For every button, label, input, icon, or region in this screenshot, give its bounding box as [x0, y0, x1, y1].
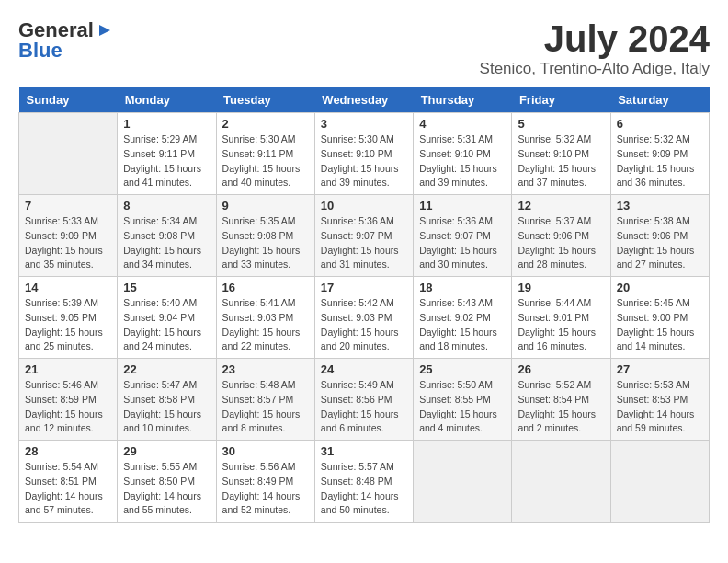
- day-number: 23: [222, 362, 309, 376]
- day-number: 2: [222, 117, 309, 131]
- day-cell: 25Sunrise: 5:50 AMSunset: 8:55 PMDayligh…: [414, 359, 512, 441]
- day-info: Sunrise: 5:57 AMSunset: 8:48 PMDaylight:…: [321, 460, 407, 518]
- day-info: Sunrise: 5:39 AMSunset: 9:05 PMDaylight:…: [25, 296, 111, 354]
- day-cell: 3Sunrise: 5:30 AMSunset: 9:10 PMDaylight…: [314, 113, 413, 195]
- day-cell: 9Sunrise: 5:35 AMSunset: 9:08 PMDaylight…: [216, 195, 314, 277]
- location-title: Stenico, Trentino-Alto Adige, Italy: [480, 60, 710, 78]
- day-number: 29: [123, 444, 210, 458]
- title-area: July 2024 Stenico, Trentino-Alto Adige, …: [480, 18, 710, 78]
- calendar-body: 1Sunrise: 5:29 AMSunset: 9:11 PMDaylight…: [19, 113, 710, 523]
- day-info: Sunrise: 5:54 AMSunset: 8:51 PMDaylight:…: [25, 460, 111, 518]
- week-row-5: 28Sunrise: 5:54 AMSunset: 8:51 PMDayligh…: [19, 441, 710, 523]
- day-cell: 19Sunrise: 5:44 AMSunset: 9:01 PMDayligh…: [512, 277, 610, 359]
- day-info: Sunrise: 5:32 AMSunset: 9:09 PMDaylight:…: [617, 132, 703, 190]
- day-cell: 14Sunrise: 5:39 AMSunset: 9:05 PMDayligh…: [19, 277, 118, 359]
- day-info: Sunrise: 5:46 AMSunset: 8:59 PMDaylight:…: [25, 378, 111, 436]
- day-cell: 6Sunrise: 5:32 AMSunset: 9:09 PMDaylight…: [610, 113, 709, 195]
- day-info: Sunrise: 5:35 AMSunset: 9:08 PMDaylight:…: [222, 214, 309, 272]
- month-title: July 2024: [480, 18, 710, 60]
- day-cell: [414, 441, 512, 523]
- day-number: 16: [222, 281, 309, 294]
- day-cell: [512, 441, 610, 523]
- day-info: Sunrise: 5:38 AMSunset: 9:06 PMDaylight:…: [617, 214, 703, 272]
- day-info: Sunrise: 5:29 AMSunset: 9:11 PMDaylight:…: [123, 132, 210, 190]
- day-info: Sunrise: 5:52 AMSunset: 8:54 PMDaylight:…: [518, 378, 604, 436]
- header-cell-tuesday: Tuesday: [216, 87, 314, 113]
- day-info: Sunrise: 5:37 AMSunset: 9:06 PMDaylight:…: [518, 214, 604, 272]
- day-cell: 20Sunrise: 5:45 AMSunset: 9:00 PMDayligh…: [610, 277, 709, 359]
- calendar-table: SundayMondayTuesdayWednesdayThursdayFrid…: [18, 87, 710, 523]
- day-number: 25: [419, 362, 506, 376]
- header-cell-saturday: Saturday: [610, 87, 709, 113]
- day-cell: 26Sunrise: 5:52 AMSunset: 8:54 PMDayligh…: [512, 359, 610, 441]
- day-info: Sunrise: 5:33 AMSunset: 9:09 PMDaylight:…: [25, 214, 111, 272]
- day-cell: [19, 113, 118, 195]
- day-number: 3: [321, 117, 407, 131]
- day-info: Sunrise: 5:30 AMSunset: 9:11 PMDaylight:…: [222, 132, 309, 190]
- header-cell-friday: Friday: [512, 87, 610, 113]
- day-info: Sunrise: 5:48 AMSunset: 8:57 PMDaylight:…: [222, 378, 309, 436]
- day-cell: 11Sunrise: 5:36 AMSunset: 9:07 PMDayligh…: [414, 195, 512, 277]
- day-cell: 16Sunrise: 5:41 AMSunset: 9:03 PMDayligh…: [216, 277, 314, 359]
- day-cell: 22Sunrise: 5:47 AMSunset: 8:58 PMDayligh…: [118, 359, 216, 441]
- day-cell: 12Sunrise: 5:37 AMSunset: 9:06 PMDayligh…: [512, 195, 610, 277]
- day-number: 8: [123, 199, 210, 213]
- day-number: 22: [123, 362, 210, 376]
- day-number: 30: [222, 444, 309, 458]
- day-number: 27: [617, 362, 703, 376]
- day-cell: 31Sunrise: 5:57 AMSunset: 8:48 PMDayligh…: [314, 441, 413, 523]
- header-cell-wednesday: Wednesday: [314, 87, 413, 113]
- header: General Blue July 2024 Stenico, Trentino…: [18, 18, 710, 78]
- header-cell-monday: Monday: [118, 87, 216, 113]
- day-info: Sunrise: 5:53 AMSunset: 8:53 PMDaylight:…: [617, 378, 703, 436]
- day-number: 20: [617, 281, 703, 294]
- day-cell: 28Sunrise: 5:54 AMSunset: 8:51 PMDayligh…: [19, 441, 118, 523]
- day-number: 7: [25, 199, 111, 213]
- day-number: 10: [321, 199, 407, 213]
- day-info: Sunrise: 5:40 AMSunset: 9:04 PMDaylight:…: [123, 296, 210, 354]
- day-number: 13: [617, 199, 703, 213]
- calendar-header-row: SundayMondayTuesdayWednesdayThursdayFrid…: [19, 87, 710, 113]
- day-cell: 10Sunrise: 5:36 AMSunset: 9:07 PMDayligh…: [314, 195, 413, 277]
- day-number: 24: [321, 362, 407, 376]
- day-cell: 24Sunrise: 5:49 AMSunset: 8:56 PMDayligh…: [314, 359, 413, 441]
- day-info: Sunrise: 5:55 AMSunset: 8:50 PMDaylight:…: [123, 460, 210, 518]
- day-info: Sunrise: 5:45 AMSunset: 9:00 PMDaylight:…: [617, 296, 703, 354]
- day-info: Sunrise: 5:34 AMSunset: 9:08 PMDaylight:…: [123, 214, 210, 272]
- day-cell: [610, 441, 709, 523]
- day-number: 12: [518, 199, 604, 213]
- week-row-4: 21Sunrise: 5:46 AMSunset: 8:59 PMDayligh…: [19, 359, 710, 441]
- day-info: Sunrise: 5:43 AMSunset: 9:02 PMDaylight:…: [419, 296, 506, 354]
- day-info: Sunrise: 5:44 AMSunset: 9:01 PMDaylight:…: [518, 296, 604, 354]
- day-number: 21: [25, 362, 111, 376]
- day-cell: 30Sunrise: 5:56 AMSunset: 8:49 PMDayligh…: [216, 441, 314, 523]
- week-row-1: 1Sunrise: 5:29 AMSunset: 9:11 PMDaylight…: [19, 113, 710, 195]
- day-info: Sunrise: 5:36 AMSunset: 9:07 PMDaylight:…: [419, 214, 506, 272]
- day-number: 26: [518, 362, 604, 376]
- day-cell: 18Sunrise: 5:43 AMSunset: 9:02 PMDayligh…: [414, 277, 512, 359]
- day-cell: 5Sunrise: 5:32 AMSunset: 9:10 PMDaylight…: [512, 113, 610, 195]
- day-cell: 21Sunrise: 5:46 AMSunset: 8:59 PMDayligh…: [19, 359, 118, 441]
- day-number: 11: [419, 199, 506, 213]
- day-number: 1: [123, 117, 210, 131]
- day-number: 5: [518, 117, 604, 131]
- day-info: Sunrise: 5:50 AMSunset: 8:55 PMDaylight:…: [419, 378, 506, 436]
- day-info: Sunrise: 5:41 AMSunset: 9:03 PMDaylight:…: [222, 296, 309, 354]
- day-number: 6: [617, 117, 703, 131]
- svg-marker-0: [99, 25, 110, 36]
- day-number: 18: [419, 281, 506, 294]
- day-info: Sunrise: 5:32 AMSunset: 9:10 PMDaylight:…: [518, 132, 604, 190]
- day-number: 19: [518, 281, 604, 294]
- day-number: 4: [419, 117, 506, 131]
- day-number: 17: [321, 281, 407, 294]
- day-info: Sunrise: 5:36 AMSunset: 9:07 PMDaylight:…: [321, 214, 407, 272]
- week-row-3: 14Sunrise: 5:39 AMSunset: 9:05 PMDayligh…: [19, 277, 710, 359]
- day-info: Sunrise: 5:30 AMSunset: 9:10 PMDaylight:…: [321, 132, 407, 190]
- day-cell: 2Sunrise: 5:30 AMSunset: 9:11 PMDaylight…: [216, 113, 314, 195]
- day-cell: 8Sunrise: 5:34 AMSunset: 9:08 PMDaylight…: [118, 195, 216, 277]
- day-info: Sunrise: 5:31 AMSunset: 9:10 PMDaylight:…: [419, 132, 506, 190]
- day-cell: 15Sunrise: 5:40 AMSunset: 9:04 PMDayligh…: [118, 277, 216, 359]
- day-number: 9: [222, 199, 309, 213]
- day-number: 14: [25, 281, 111, 294]
- day-cell: 23Sunrise: 5:48 AMSunset: 8:57 PMDayligh…: [216, 359, 314, 441]
